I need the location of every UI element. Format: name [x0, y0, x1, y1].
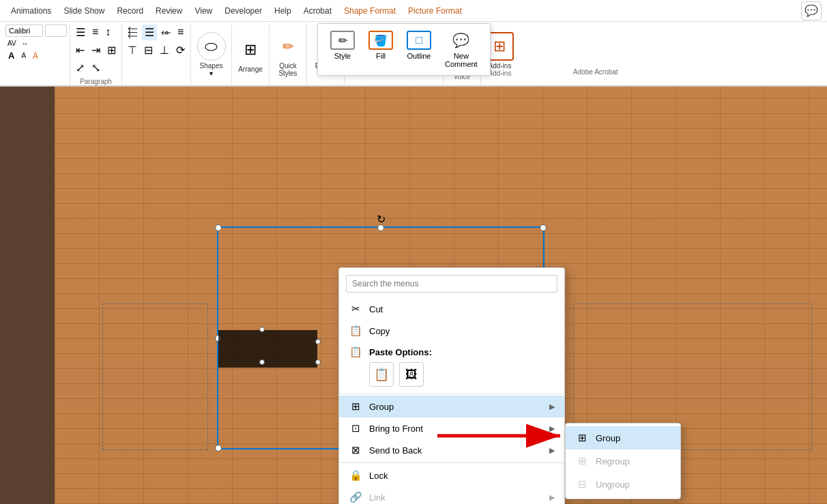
paste-options-row: 📋 🖼	[339, 359, 564, 392]
menubar-item-animations[interactable]: Animations	[5, 3, 57, 18]
align-justify-btn[interactable]: ≡	[175, 25, 186, 40]
indent-left-btn[interactable]: ⇤	[73, 42, 87, 58]
size-selector[interactable]: 18	[45, 25, 67, 37]
menubar-item-review[interactable]: Review	[150, 3, 188, 18]
content-area: ↻ ✂ Cut 📋 Copy	[0, 87, 827, 504]
toolbar-dropdown-container: ✏ Style 🪣 Fill □ Outline 💬 New Comment	[317, 23, 491, 76]
context-menu-item-cut[interactable]: ✂ Cut	[339, 298, 564, 320]
resize2-btn[interactable]: ⤡	[89, 60, 103, 76]
submenu-item-regroup[interactable]: ⊞ Regroup	[566, 449, 680, 473]
group-submenu: ⊞ Group ⊞ Regroup ⊟ Ungroup	[565, 423, 681, 499]
send-to-back-icon: ⊠	[349, 444, 362, 456]
outline-label: Outline	[407, 52, 431, 60]
ribbon: 18 AV ↔ A A A ☰ ≡ ↕ ⇤ ⇥ ⊞ ⤢ ⤡ Paragraph	[0, 22, 827, 87]
chat-button[interactable]: 💬	[801, 1, 822, 20]
ribbon-group-align: ⬱ ☰ ⬰ ≡ ⊤ ⊟ ⊥ ⟳	[122, 23, 191, 85]
menubar-item-developer[interactable]: Developer	[219, 3, 267, 18]
bring-to-front-label: Bring to Front	[369, 424, 542, 434]
font-spacing-btn[interactable]: ↔	[20, 39, 31, 48]
shapes-expand-btn[interactable]: ▾	[209, 70, 213, 77]
menubar-item-picture-format[interactable]: Picture Format	[403, 3, 467, 18]
handle-tr[interactable]	[540, 224, 547, 231]
submenu-group-icon: ⊞	[575, 432, 589, 444]
text-direction-btn[interactable]: ⟳	[173, 42, 188, 58]
left-dark-area	[0, 87, 55, 504]
font-size-increase-btn[interactable]: A	[5, 50, 17, 61]
style-label: Style	[334, 52, 351, 60]
context-menu-search-area	[339, 271, 564, 298]
send-to-back-label: Send to Back	[369, 445, 542, 456]
font-selector[interactable]	[5, 25, 43, 37]
fill-icon: 🪣	[368, 31, 393, 50]
style-btn[interactable]: ✏ Style	[325, 28, 360, 63]
ribbon-group-quick: ✏ Quick Styles	[270, 23, 307, 85]
submenu-ungroup-icon: ⊟	[575, 478, 589, 490]
font-size-decrease-btn[interactable]: A	[18, 51, 29, 60]
context-menu-item-bring-to-front[interactable]: ⊡ Bring to Front ▶	[339, 417, 564, 439]
numbered-list-btn[interactable]: ≡	[89, 25, 101, 40]
columns-btn[interactable]: ⊞	[104, 42, 119, 58]
bring-to-front-icon: ⊡	[349, 422, 362, 434]
context-menu-item-group[interactable]: ⊞ Group ▶	[339, 396, 564, 417]
send-to-back-arrow: ▶	[549, 446, 555, 455]
handle-tm[interactable]	[377, 224, 384, 231]
menubar-item-shape-format[interactable]: Shape Format	[338, 3, 401, 18]
context-menu-item-send-to-back[interactable]: ⊠ Send to Back ▶	[339, 439, 564, 461]
inner-handle-3[interactable]	[259, 359, 265, 365]
align-right-btn[interactable]: ⬰	[158, 25, 173, 40]
context-menu-item-lock[interactable]: 🔒 Lock	[339, 464, 564, 486]
add-ins-group-label: Add-ins	[488, 70, 511, 77]
context-menu-item-copy[interactable]: 📋 Copy	[339, 320, 564, 342]
paste-option-1[interactable]: 📋	[369, 362, 394, 387]
arrange-icon[interactable]: ⊞	[236, 35, 265, 64]
cut-label: Cut	[369, 304, 555, 314]
menubar-item-acrobat[interactable]: Acrobat	[298, 3, 337, 18]
align-center-btn[interactable]: ☰	[142, 25, 157, 40]
font-kerning-btn[interactable]: AV	[5, 39, 18, 48]
menubar-item-record[interactable]: Record	[111, 3, 149, 18]
context-menu-item-link[interactable]: 🔗 Link ▶	[339, 486, 564, 504]
bullet-list-btn[interactable]: ☰	[73, 25, 88, 40]
inner-handle-2[interactable]	[315, 339, 321, 344]
shapes-icon[interactable]: ⬭	[197, 32, 226, 61]
copy-label: Copy	[369, 326, 555, 336]
paste-icon: 📋	[349, 346, 362, 358]
align-left-btn[interactable]: ⬱	[125, 25, 141, 40]
add-ins-label: Add-ins	[488, 62, 511, 70]
paste-option-2[interactable]: 🖼	[399, 362, 424, 387]
line-spacing-btn[interactable]: ↕	[102, 25, 113, 40]
quick-icon[interactable]: ✏	[274, 32, 302, 61]
handle-bl[interactable]	[215, 445, 222, 451]
paragraph-label: Paragraph	[73, 78, 119, 85]
submenu-item-group[interactable]: ⊞ Group	[566, 426, 680, 449]
paste-label: Paste Options:	[369, 347, 432, 357]
dark-overlay-box	[218, 330, 317, 368]
menubar-item-help[interactable]: Help	[269, 3, 297, 18]
submenu-item-ungroup[interactable]: ⊟ Ungroup	[566, 473, 680, 496]
align-bottom-btn[interactable]: ⊥	[157, 42, 172, 58]
resize-btn[interactable]: ⤢	[73, 60, 87, 76]
separator-2	[339, 462, 564, 463]
fill-btn[interactable]: 🪣 Fill	[363, 28, 398, 63]
selection-box-left-top	[102, 303, 208, 450]
context-menu-search-input[interactable]	[346, 275, 557, 293]
inner-handle-1[interactable]	[259, 327, 265, 332]
align-vmid-btn[interactable]: ⊟	[141, 42, 156, 58]
menubar-item-slideshow[interactable]: Slide Show	[58, 3, 110, 18]
inner-handle-4[interactable]	[315, 359, 321, 365]
new-comment-btn[interactable]: 💬 New Comment	[439, 28, 483, 71]
submenu-group-label: Group	[596, 433, 620, 443]
indent-right-btn[interactable]: ⇥	[89, 42, 103, 58]
link-icon: 🔗	[349, 491, 362, 503]
context-menu-paste-header: 📋 Paste Options:	[339, 342, 564, 359]
outline-btn[interactable]: □ Outline	[401, 28, 437, 63]
align-top-btn[interactable]: ⊤	[125, 42, 140, 58]
font-color-btn[interactable]: A	[30, 50, 41, 61]
handle-tl[interactable]	[215, 224, 222, 231]
lock-label: Lock	[369, 471, 555, 481]
group-label: Group	[369, 402, 542, 412]
menubar: Animations Slide Show Record Review View…	[0, 0, 827, 22]
copy-icon: 📋	[349, 325, 362, 337]
ribbon-group-font: 18 AV ↔ A A A	[3, 23, 70, 85]
menubar-item-view[interactable]: View	[189, 3, 218, 18]
